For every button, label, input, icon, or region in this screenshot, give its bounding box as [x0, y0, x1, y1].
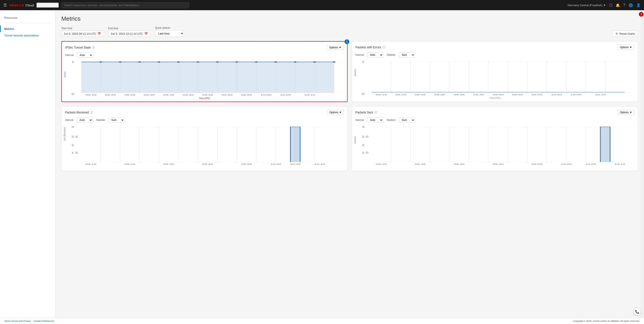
svg-text:10:05: 10:05 — [585, 163, 596, 165]
errors-interval-select[interactable]: Auto — [367, 52, 383, 57]
received-y-axis-label: kcts Received — [64, 127, 66, 140]
received-chart-header: Packets Received ⓘ Options ▼ — [65, 110, 344, 115]
globe-icon[interactable]: 🌐 — [629, 3, 633, 7]
sidebar-item-metrics[interactable]: Metrics — [0, 25, 55, 32]
help-fab-icon: 📞 — [635, 310, 639, 314]
user-icon[interactable]: 👤 — [636, 3, 640, 7]
errors-chart-svg: 1 0 — [362, 60, 634, 96]
svg-text:10:05: 10:05 — [570, 94, 582, 96]
sidebar-item-tunnel-security[interactable]: Tunnel security associations — [0, 32, 55, 39]
start-time-value: Jun 5, 2024 09:11:14 UTC — [64, 32, 96, 35]
hamburger-menu-icon[interactable]: ☰ — [4, 3, 7, 7]
ipsec-chart-title: IPSec Tunnel State ⓘ — [65, 45, 95, 49]
sent-interval-select[interactable]: Auto — [367, 117, 383, 123]
time-controls: Start time Jun 5, 2024 09:11:14 UTC 📅 En… — [61, 26, 638, 37]
received-statistic-select[interactable]: Sum — [108, 117, 124, 123]
svg-text:10:10: 10:10 — [614, 163, 626, 165]
terms-link[interactable]: Terms of Use and Privacy — [4, 320, 31, 322]
svg-text:3: 3 — [362, 126, 364, 128]
svg-point-25 — [235, 61, 238, 63]
errors-interval-label: Interval — [356, 53, 364, 56]
sent-chart-header: Packets Sent ⓘ Options ▼ — [356, 110, 634, 115]
cloud-classic-button[interactable]: Cloud Classic > — [36, 2, 59, 8]
packets-received-card: Packets Received ⓘ Options ▼ Interval Au… — [61, 106, 348, 171]
options-chevron-icon: ▼ — [339, 46, 342, 49]
errors-options-button[interactable]: Options ▼ — [618, 45, 634, 50]
code-icon[interactable]: ☐ — [609, 3, 612, 7]
svg-text:09:15: 09:15 — [86, 163, 96, 165]
svg-text:09:40: 09:40 — [183, 94, 194, 96]
sent-chart-controls: Interval Auto Statistic Sum — [356, 117, 634, 123]
errors-chart-controls: Interval Auto Statistic Sum — [356, 52, 634, 57]
sent-statistic-select[interactable]: Sum — [399, 117, 415, 123]
errors-statistic-select[interactable]: Sum — [399, 52, 415, 57]
svg-point-21 — [158, 61, 160, 63]
svg-text:09:45: 09:45 — [492, 163, 504, 165]
sidebar: Resources Metrics Tunnel security associ… — [0, 10, 55, 324]
svg-text:09:50: 09:50 — [512, 94, 523, 96]
received-interval-select[interactable]: Auto — [77, 117, 93, 123]
end-time-value: Jun 5, 2024 10:11:14 UTC — [110, 32, 143, 35]
received-options-button[interactable]: Options ▼ — [327, 110, 344, 115]
errors-options-chevron-icon: ▼ — [630, 46, 632, 49]
svg-text:2.5: 2.5 — [71, 136, 78, 138]
chart-badge-1: 1 — [344, 39, 349, 44]
sent-chart-area: packets 3 2.5 2 1.5 — [356, 125, 634, 167]
svg-point-22 — [177, 61, 180, 63]
svg-text:09:15: 09:15 — [376, 94, 387, 96]
ipsec-tunnel-state-card: 1 IPSec Tunnel State ⓘ Options ▼ Interva… — [61, 41, 348, 102]
main-content: Metrics Start time Jun 5, 2024 09:11:14 … — [55, 10, 644, 324]
errors-y-axis-label: packets — [354, 69, 356, 76]
errors-info-icon[interactable]: ⓘ — [382, 45, 385, 49]
sent-options-button[interactable]: Options ▼ — [618, 110, 634, 115]
svg-text:09:55: 09:55 — [241, 163, 252, 165]
quick-select-dropdown[interactable]: Last hour Last 6 hours Last 24 hours Las… — [155, 30, 184, 37]
top-navigation: ☰ ORACLE Cloud Cloud Classic > Germany C… — [0, 0, 644, 10]
sidebar-section-title: Resources — [0, 14, 55, 23]
search-input[interactable] — [61, 2, 189, 8]
sent-y-axis-label: packets — [354, 136, 356, 143]
errors-time-utc-label: Time (UTC) — [356, 97, 634, 99]
bell-icon[interactable]: 🔔 — [616, 3, 620, 7]
help-fab-button[interactable]: 📞 — [633, 308, 641, 316]
svg-text:09:20: 09:20 — [105, 94, 116, 96]
region-selector[interactable]: Germany Central (Frankfurt) ▼ — [568, 3, 606, 7]
received-chart-title: Packets Received ⓘ — [65, 110, 93, 114]
errors-chart-area: packets 1 0 — [356, 60, 634, 98]
svg-text:09:55: 09:55 — [241, 94, 252, 96]
cookies-link[interactable]: Cookie Preferences — [34, 320, 54, 322]
svg-marker-17 — [81, 62, 334, 93]
sent-info-icon[interactable]: ⓘ — [374, 110, 377, 114]
quick-select-field: Quick selects Last hour Last 6 hours Las… — [155, 26, 184, 37]
errors-statistic-label: Statistic — [386, 53, 396, 56]
chevron-down-icon: ▼ — [603, 3, 606, 7]
received-info-icon[interactable]: ⓘ — [90, 110, 93, 114]
svg-text:1.5: 1.5 — [362, 152, 369, 154]
quick-select-label: Quick selects — [155, 26, 184, 29]
svg-text:09:30: 09:30 — [434, 94, 445, 96]
ipsec-time-utc-label: Time (UTC) — [65, 97, 344, 99]
svg-text:09:35: 09:35 — [163, 94, 174, 96]
svg-text:10:10: 10:10 — [304, 94, 316, 96]
received-interval-label: Interval — [65, 119, 73, 122]
start-time-input[interactable]: Jun 5, 2024 09:11:14 UTC 📅 — [61, 31, 104, 37]
ipsec-info-icon[interactable]: ⓘ — [92, 45, 95, 49]
received-statistic-label: Statistic — [96, 119, 105, 122]
reset-icon: ↻ — [616, 32, 618, 35]
help-icon[interactable]: ? — [623, 3, 625, 7]
end-time-input[interactable]: Jun 5, 2024 10:11:14 UTC 📅 — [108, 31, 151, 37]
ipsec-interval-select[interactable]: Auto — [77, 52, 93, 58]
scrollbar-track[interactable]: 2 — [641, 10, 644, 324]
ipsec-options-button[interactable]: Options ▼ — [327, 45, 344, 50]
reset-charts-button[interactable]: ↻ Reset charts — [612, 31, 638, 37]
sent-statistic-label: Statistic — [386, 119, 396, 122]
svg-text:10:00: 10:00 — [270, 163, 281, 165]
nav-right-section: Germany Central (Frankfurt) ▼ ☐ 🔔 ? 🌐 👤 — [568, 3, 640, 7]
svg-text:1.5: 1.5 — [71, 152, 78, 154]
ipsec-y-axis-label: binary — [64, 71, 66, 77]
svg-marker-89 — [290, 127, 300, 162]
svg-point-18 — [99, 61, 102, 63]
packets-sent-card: Packets Sent ⓘ Options ▼ Interval Auto S… — [352, 106, 638, 171]
footer-left: Terms of Use and Privacy Cookie Preferen… — [4, 320, 54, 322]
svg-text:09:40: 09:40 — [473, 94, 484, 96]
